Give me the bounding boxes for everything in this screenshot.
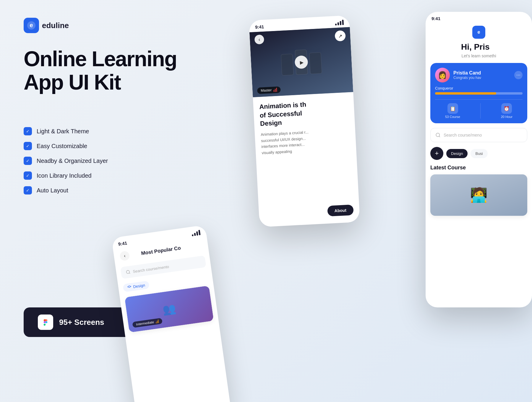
svg-rect-4 — [157, 321, 158, 323]
progress-bar — [435, 92, 523, 95]
stat-hours-label: 20 Hour — [501, 115, 512, 119]
back-button-middle[interactable]: ‹ — [119, 251, 130, 261]
feature-item-3: ✓ Neadby & Organized Layer — [24, 157, 108, 165]
feature-item-2: ✓ Easy Customizable — [24, 142, 108, 150]
share-button[interactable]: ↗ — [335, 30, 346, 41]
courses-icon: 📋 — [447, 103, 458, 114]
check-icon-4: ✓ — [24, 171, 32, 180]
hero-title: Online Learning App UI Kit — [24, 47, 177, 94]
latest-section: Latest Course 🧑‍💻 — [426, 165, 532, 216]
profile-menu-icon[interactable]: ⋯ — [514, 71, 523, 79]
feature-label-1: Light & Dark Theme — [37, 128, 89, 135]
svg-point-2 — [126, 270, 130, 274]
profile-name: Pristia Cand... — [453, 70, 485, 76]
feature-label-5: Auto Layout — [37, 187, 68, 194]
category-chip-business[interactable]: Busi — [471, 149, 487, 158]
feature-item-5: ✓ Auto Layout — [24, 186, 108, 194]
course-card-middle: 👥 Intermediate — [120, 285, 219, 333]
feature-label-4: Icon Library Included — [37, 172, 92, 179]
profile-subtitle: Congrats you hav... — [453, 76, 485, 80]
svg-rect-8 — [276, 88, 277, 92]
phone-far-right: 9:41 e Hi, Pris... Let's learn somethi 👩… — [426, 12, 532, 307]
feature-label-2: Easy Customizable — [37, 143, 87, 150]
latest-course-image: 🧑‍💻 — [430, 174, 527, 216]
svg-rect-7 — [275, 89, 276, 92]
svg-text:e: e — [477, 29, 480, 35]
master-badge: Master — [257, 86, 281, 94]
far-status: 9:41 — [426, 12, 532, 23]
feature-item-4: ✓ Icon Library Included — [24, 171, 108, 180]
greeting-section: e Hi, Pris... Let's learn somethi — [426, 23, 532, 63]
svg-rect-5 — [158, 320, 159, 323]
stat-courses-label: 53 Course — [445, 115, 460, 119]
logo-icon: e — [24, 18, 39, 33]
signal-bars-right — [335, 20, 344, 25]
search-icon-far — [435, 132, 441, 138]
profile-card: 👩 Pristia Cand... Congrats you hav... ⋯ … — [430, 63, 527, 123]
cta-button[interactable]: 95+ Screens — [24, 307, 136, 337]
latest-course-card[interactable]: 🧑‍💻 — [430, 174, 527, 216]
app-logo-far: e — [472, 26, 485, 39]
greeting-title: Hi, Pris... — [432, 42, 526, 52]
profile-stats: 📋 53 Course ⏰ 20 Hour — [435, 99, 523, 119]
profile-avatar: 👩 — [435, 68, 450, 82]
stat-hours: ⏰ 20 Hour — [501, 103, 512, 119]
phone-right: 9:41 ▶ ↗ Master — [249, 15, 360, 227]
check-icon-3: ✓ — [24, 157, 32, 165]
stat-courses: 📋 53 Course — [445, 103, 460, 119]
svg-text:e: e — [30, 22, 33, 28]
phone-right-body: Animation is thof SuccessfulDesign Anima… — [253, 92, 357, 162]
phone-right-hero: ▶ ↗ Master — [249, 27, 353, 97]
search-section-far: Search course/meno — [430, 128, 527, 142]
check-icon-5: ✓ — [24, 186, 32, 194]
category-chip-design[interactable]: Design — [446, 149, 468, 158]
hero-section: Online Learning App UI Kit — [24, 47, 177, 94]
header: e eduline — [24, 18, 69, 33]
profile-level: Conqueror — [435, 86, 523, 90]
add-category-button[interactable]: + — [430, 147, 443, 160]
svg-rect-3 — [156, 322, 157, 323]
progress-fill — [435, 92, 496, 95]
features-list: ✓ Light & Dark Theme ✓ Easy Customizable… — [24, 127, 108, 194]
check-icon-1: ✓ — [24, 127, 32, 135]
course-title-right: Animation is thof SuccessfulDesign — [259, 98, 349, 128]
figma-icon — [38, 315, 53, 330]
section-title-middle: Most Popular Co — [141, 245, 181, 257]
level-icon — [273, 88, 277, 92]
category-row-far: + Design Busi — [430, 147, 527, 160]
course-description-right: Animation plays a crucial r... successfu… — [261, 127, 351, 156]
cta-label: 95+ Screens — [59, 318, 104, 327]
hours-icon: ⏰ — [501, 103, 512, 114]
search-bar-far[interactable]: Search course/meno — [430, 128, 527, 142]
svg-point-10 — [436, 133, 439, 137]
feature-label-3: Neadby & Organized Layer — [37, 158, 108, 164]
about-button[interactable]: About — [327, 205, 354, 217]
feature-item-1: ✓ Light & Dark Theme — [24, 127, 108, 135]
search-icon-middle — [126, 270, 131, 275]
signal-bars — [191, 230, 200, 236]
category-icon — [127, 285, 132, 290]
brand-name: eduline — [42, 21, 69, 30]
profile-header: 👩 Pristia Cand... Congrats you hav... ⋯ — [435, 68, 523, 82]
latest-title: Latest Course — [430, 165, 527, 171]
signal-chart-icon — [155, 320, 159, 323]
category-chip-middle[interactable]: Design — [123, 281, 150, 292]
check-icon-2: ✓ — [24, 142, 32, 150]
svg-rect-6 — [273, 90, 274, 92]
greeting-subtitle: Let's learn somethi — [432, 54, 526, 58]
